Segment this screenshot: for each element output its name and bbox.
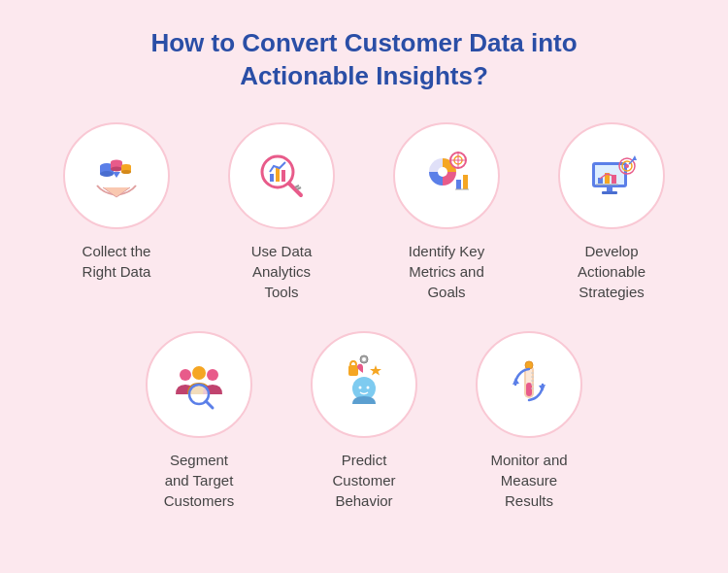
- svg-point-8: [121, 170, 131, 174]
- svg-rect-13: [276, 168, 280, 182]
- svg-rect-12: [270, 174, 274, 182]
- svg-marker-38: [632, 155, 637, 160]
- top-row: Collect theRight Data Use DataAnalyticsT…: [53, 122, 675, 302]
- item-metrics: Identify KeyMetrics andGoals: [383, 122, 510, 302]
- item-strategies: DevelopActionableStrategies: [548, 122, 675, 302]
- page-title: How to Convert Customer Data into Action…: [150, 27, 577, 93]
- item-analytics: Use DataAnalyticsTools: [218, 122, 345, 302]
- item-monitor: Monitor andMeasureResults: [466, 331, 592, 511]
- svg-rect-14: [281, 170, 285, 182]
- svg-line-43: [206, 401, 213, 408]
- label-strategies: DevelopActionableStrategies: [578, 241, 645, 302]
- icon-circle-predict: [311, 331, 417, 438]
- svg-point-36: [625, 164, 629, 168]
- svg-point-18: [438, 167, 447, 177]
- label-monitor: Monitor andMeasureResults: [490, 450, 567, 511]
- svg-marker-9: [113, 172, 120, 178]
- bottom-row: Segmentand TargetCustomers: [136, 331, 592, 511]
- label-collect: Collect theRight Data: [83, 241, 151, 282]
- icon-circle-strategies: [558, 122, 665, 229]
- svg-point-41: [207, 369, 218, 381]
- svg-line-16: [297, 187, 301, 189]
- icon-circle-segment: [146, 331, 252, 438]
- icon-circle-collect: [63, 122, 170, 229]
- svg-marker-60: [513, 378, 519, 385]
- svg-rect-33: [602, 191, 617, 194]
- collect-icon: [83, 143, 149, 209]
- monitor-icon: [496, 352, 562, 418]
- svg-rect-23: [456, 180, 461, 189]
- svg-rect-24: [463, 175, 468, 189]
- svg-marker-61: [539, 385, 546, 391]
- svg-line-15: [295, 185, 299, 187]
- segment-icon: [166, 352, 232, 418]
- label-segment: Segmentand TargetCustomers: [164, 450, 235, 511]
- label-metrics: Identify KeyMetrics andGoals: [409, 241, 484, 302]
- label-analytics: Use DataAnalyticsTools: [251, 241, 313, 302]
- item-predict: PredictCustomerBehavior: [301, 331, 427, 511]
- svg-point-45: [359, 386, 362, 388]
- label-predict: PredictCustomerBehavior: [332, 450, 395, 511]
- icon-circle-analytics: [228, 122, 335, 229]
- strategies-icon: [579, 143, 645, 209]
- icon-circle-monitor: [476, 331, 582, 438]
- svg-point-40: [192, 366, 206, 380]
- svg-rect-47: [348, 365, 358, 376]
- svg-point-5: [111, 166, 122, 171]
- svg-marker-48: [370, 365, 381, 376]
- analytics-icon: [248, 143, 314, 209]
- svg-point-2: [100, 171, 114, 177]
- item-segment: Segmentand TargetCustomers: [136, 331, 262, 511]
- svg-rect-32: [607, 187, 612, 191]
- icon-circle-metrics: [393, 122, 500, 229]
- svg-point-39: [180, 369, 191, 381]
- item-collect: Collect theRight Data: [53, 122, 180, 302]
- predict-icon: [331, 352, 397, 418]
- svg-point-46: [367, 386, 370, 388]
- metrics-icon: [414, 143, 480, 209]
- svg-point-50: [362, 357, 366, 361]
